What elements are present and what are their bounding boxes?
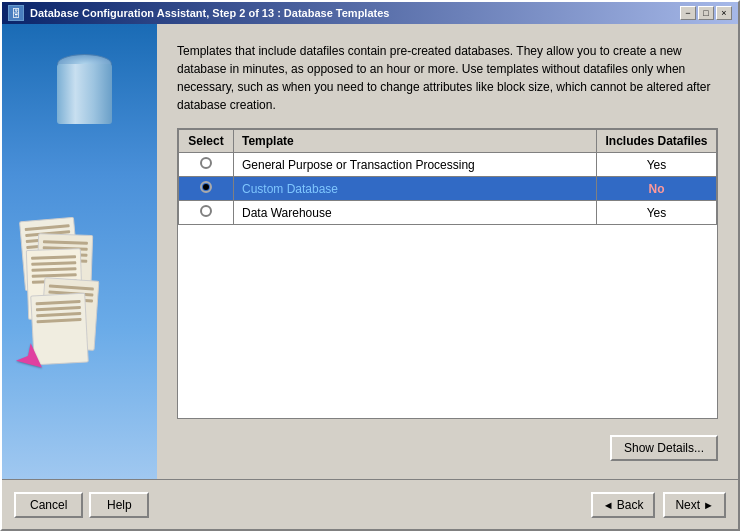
title-bar-left: 🗄 Database Configuration Assistant, Step… xyxy=(8,5,389,21)
close-button[interactable]: × xyxy=(716,6,732,20)
col-header-select: Select xyxy=(179,130,234,153)
back-label: Back xyxy=(617,498,644,512)
col-header-template: Template xyxy=(234,130,597,153)
template-name-3[interactable]: Data Warehouse xyxy=(234,201,597,225)
datafiles-3: Yes xyxy=(597,201,717,225)
template-name-2[interactable]: Custom Database xyxy=(234,177,597,201)
show-details-button[interactable]: Show Details... xyxy=(610,435,718,461)
table-row[interactable]: General Purpose or Transaction Processin… xyxy=(179,153,717,177)
radio-button-2[interactable] xyxy=(200,181,212,193)
back-button[interactable]: ◄ Back xyxy=(591,492,656,518)
table-wrapper: Select Template Includes Datafiles xyxy=(177,128,718,419)
next-arrow-icon: ► xyxy=(703,499,714,511)
main-window: 🗄 Database Configuration Assistant, Step… xyxy=(0,0,740,531)
template-name-1[interactable]: General Purpose or Transaction Processin… xyxy=(234,153,597,177)
window-title: Database Configuration Assistant, Step 2… xyxy=(30,7,389,19)
datafiles-2: No xyxy=(597,177,717,201)
col-header-datafiles: Includes Datafiles xyxy=(597,130,717,153)
maximize-button[interactable]: □ xyxy=(698,6,714,20)
app-icon: 🗄 xyxy=(8,5,24,21)
radio-cell-3[interactable] xyxy=(179,201,234,225)
help-button[interactable]: Help xyxy=(89,492,149,518)
bottom-right-buttons: ◄ Back Next ► xyxy=(591,492,726,518)
table-empty-space xyxy=(178,225,717,418)
templates-table: Select Template Includes Datafiles xyxy=(178,129,717,225)
next-label: Next xyxy=(675,498,700,512)
details-btn-area: Show Details... xyxy=(177,435,718,469)
cancel-button[interactable]: Cancel xyxy=(14,492,83,518)
database-cylinder xyxy=(57,44,122,124)
radio-button-3[interactable] xyxy=(200,205,212,217)
cylinder-body xyxy=(57,64,112,124)
description-text: Templates that include datafiles contain… xyxy=(177,42,718,114)
bottom-left-buttons: Cancel Help xyxy=(14,492,149,518)
title-buttons: − □ × xyxy=(680,6,732,20)
minimize-button[interactable]: − xyxy=(680,6,696,20)
content-area: ➤ Templates that include datafiles conta… xyxy=(2,24,738,479)
radio-button-1[interactable] xyxy=(200,157,212,169)
datafiles-1: Yes xyxy=(597,153,717,177)
left-panel: ➤ xyxy=(2,24,157,479)
back-arrow-icon: ◄ xyxy=(603,499,614,511)
table-row[interactable]: Custom Database No xyxy=(179,177,717,201)
title-bar: 🗄 Database Configuration Assistant, Step… xyxy=(2,2,738,24)
next-button[interactable]: Next ► xyxy=(663,492,726,518)
main-content: Templates that include datafiles contain… xyxy=(177,42,718,469)
bottom-bar: Cancel Help ◄ Back Next ► xyxy=(2,479,738,529)
table-row[interactable]: Data Warehouse Yes xyxy=(179,201,717,225)
radio-cell-1[interactable] xyxy=(179,153,234,177)
radio-cell-2[interactable] xyxy=(179,177,234,201)
right-panel: Templates that include datafiles contain… xyxy=(157,24,738,479)
